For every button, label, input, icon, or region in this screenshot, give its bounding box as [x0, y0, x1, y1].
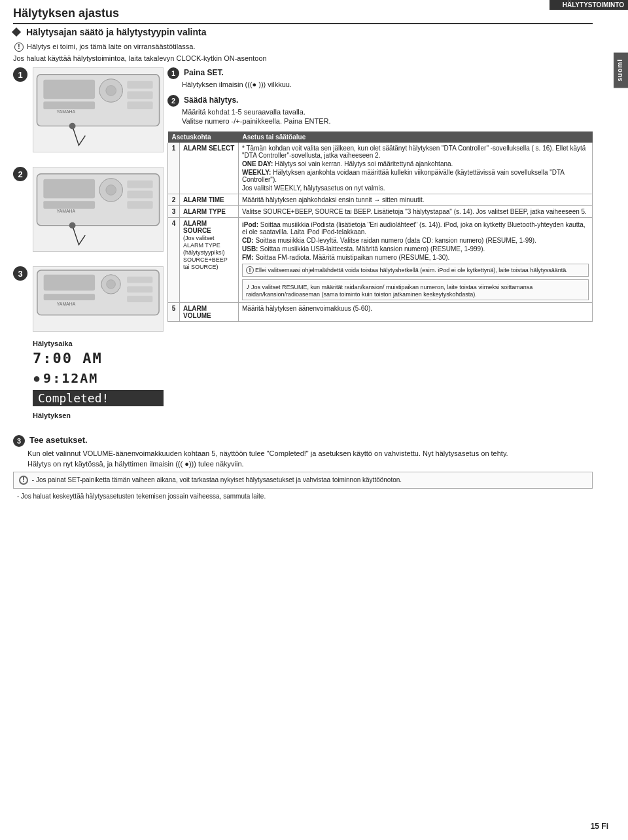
table-row-name: ALARM VOLUME [180, 303, 239, 322]
alarm-time-display2: 9:12AM [43, 370, 98, 386]
step1-block: 1 Paina SET. Hälytyksen ilmaisin (((● ))… [167, 67, 593, 88]
alarm-time-section: Hälytysaika 7:00 AM ● 9:12AM Completed! … [33, 340, 164, 419]
table-row: 4ALARM SOURCE(Jos valitset ALARM TYPE (h… [168, 218, 593, 303]
step3-label: Tee asetukset. [29, 435, 88, 445]
table-row-desc: Määritä hälytyksen äänenvoimakkuus (5-60… [239, 303, 593, 322]
device-row-2: 2 YAMAHA [13, 167, 157, 260]
step3-circle: 3 [13, 435, 25, 447]
subtitle: Hälytysajan säätö ja hälytystyypin valin… [13, 27, 593, 37]
step2-block: 2 Säädä hälytys. Määritä kohdat 1-5 seur… [167, 95, 593, 125]
svg-rect-15 [127, 181, 152, 188]
table-row: 1ALARM SELECT* Tämän kohdan voit valita … [168, 143, 593, 194]
device-row-3: 3 YAMAHA [13, 266, 157, 419]
svg-point-14 [106, 185, 116, 196]
step2-circle: 2 [167, 95, 179, 107]
step1-circle: 1 [167, 67, 179, 79]
svg-text:YAMAHA: YAMAHA [57, 109, 76, 114]
alarm-table: Asetuskohta Asetus tai säätöalue 1ALARM … [167, 131, 593, 322]
alarm-completed: Completed! [33, 390, 164, 406]
svg-rect-2 [43, 101, 95, 109]
device-image-2: YAMAHA [33, 167, 164, 252]
note-bottom-1: ! - Jos painat SET-painiketta tämän vaih… [13, 472, 593, 489]
svg-rect-5 [127, 81, 152, 89]
warning-icon: ! [14, 43, 24, 52]
table-row-name: ALARM TYPE [180, 206, 239, 218]
alarm-time-label: Hälytysaika [33, 340, 164, 347]
warning-intro: ! Hälytys ei toimi, jos tämä laite on vi… [13, 43, 593, 52]
svg-rect-11 [43, 179, 95, 199]
table-row-num: 5 [168, 303, 180, 322]
svg-point-4 [106, 86, 116, 96]
table-row: 3ALARM TYPEValitse SOURCE+BEEP, SOURCE t… [168, 206, 593, 218]
side-tab: suomi [614, 52, 628, 88]
step2-label: Säädä hälytys. [184, 96, 238, 105]
step1-detail: Hälytyksen ilmaisin (((● ))) vilkkuu. [182, 80, 593, 88]
device-image-3: YAMAHA [33, 266, 164, 332]
left-column: 1 YAMAHA [13, 67, 157, 426]
table-row: 5ALARM VOLUMEMääritä hälytyksen äänenvoi… [168, 303, 593, 322]
step2-detail2: Valitse numero -/+-painikkeella. Paina E… [182, 117, 593, 125]
svg-rect-1 [43, 80, 95, 99]
table-row-num: 2 [168, 194, 180, 206]
table-row-num: 3 [168, 206, 180, 218]
halytyksen-label: Hälytyksen [33, 411, 164, 419]
svg-rect-7 [127, 101, 152, 109]
table-row-num: 4 [168, 218, 180, 303]
step2-badge: 2 [13, 167, 27, 181]
svg-rect-26 [127, 286, 152, 292]
svg-rect-17 [127, 201, 152, 209]
step2-detail1: Määritä kohdat 1-5 seuraavalla tavalla. [182, 108, 593, 116]
note-icon-1: ! [19, 476, 28, 485]
right-column: 1 Paina SET. Hälytyksen ilmaisin (((● ))… [167, 67, 593, 426]
svg-text:YAMAHA: YAMAHA [57, 302, 76, 306]
table-row: 2ALARM TIMEMääritä hälytyksen ajahkohdak… [168, 194, 593, 206]
svg-rect-22 [44, 294, 95, 300]
svg-rect-16 [127, 191, 152, 199]
table-row-desc: * Tämän kohdan voit valita sen jälkeen, … [239, 143, 593, 194]
alarm-time-display: 7:00 AM [33, 350, 164, 366]
header-title: HÄLYTYSTOIMINTO [550, 0, 628, 10]
page-title: Hälytyksen ajastus [13, 7, 593, 24]
diamond-icon [12, 27, 21, 37]
device-image-1: YAMAHA [33, 67, 164, 152]
svg-rect-21 [44, 275, 95, 291]
svg-rect-12 [43, 201, 95, 209]
table-row-desc: iPod: Soittaa musiikkia iPodista (lisäti… [239, 218, 593, 303]
bottom-section: 3 Tee asetukset. Kun olet valinnut VOLUM… [13, 435, 593, 500]
step1-badge: 1 [13, 67, 27, 82]
table-row-name: ALARM SELECT [180, 143, 239, 194]
svg-rect-27 [127, 296, 152, 302]
device-row-1: 1 YAMAHA [13, 67, 157, 160]
step1-label: Paina SET. [184, 68, 224, 77]
table-row-name: ALARM TIME [180, 194, 239, 206]
svg-point-9 [69, 123, 76, 130]
svg-text:YAMAHA: YAMAHA [57, 209, 76, 213]
svg-point-19 [69, 222, 76, 229]
table-col2-header: Asetus tai säätöalue [239, 131, 593, 143]
step3-detail2: Hälytys on nyt käytössä, ja hälyttimen i… [27, 460, 593, 468]
table-row-desc: Määritä hälytyksen ajahkohdaksi ensin tu… [239, 194, 593, 206]
table-row-desc: Valitse SOURCE+BEEP, SOURCE tai BEEP. Li… [239, 206, 593, 218]
table-row-num: 1 [168, 143, 180, 194]
svg-rect-6 [127, 92, 152, 99]
table-col1-header: Asetuskohta [168, 131, 239, 143]
svg-point-24 [107, 280, 116, 289]
svg-rect-25 [127, 277, 152, 283]
page-number: 15 Fi [591, 822, 608, 831]
table-row-name: ALARM SOURCE(Jos valitset ALARM TYPE (hä… [180, 218, 239, 303]
step3-badge-left: 3 [13, 266, 27, 281]
step3-detail1: Kun olet valinnut VOLUME-äänenvoimakkuud… [27, 449, 593, 457]
note-bottom-2: - Jos haluat keskeyttää hälytysasetusten… [17, 493, 593, 500]
intro-text: Jos haluat käyttää hälytystoimintoa, lai… [13, 54, 593, 62]
